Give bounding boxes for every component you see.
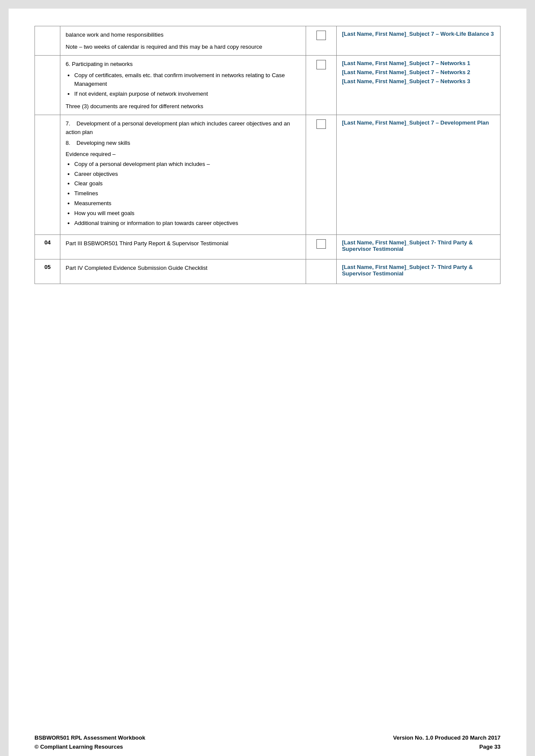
checkbox[interactable] bbox=[316, 119, 326, 129]
table-row: 04 Part III BSBWOR501 Third Party Report… bbox=[35, 235, 501, 259]
list-item: How you will meet goals bbox=[74, 209, 300, 218]
list-item: If not evident, explain purpose of netwo… bbox=[74, 90, 300, 99]
networks-list: Copy of certificates, emails etc. that c… bbox=[74, 71, 300, 99]
list-item: Additional training or information to pl… bbox=[74, 219, 300, 228]
checkbox[interactable] bbox=[316, 31, 326, 40]
table-row: 6. Participating in networks Copy of cer… bbox=[35, 56, 501, 115]
evidence-list: Copy of a personal development plan whic… bbox=[74, 160, 300, 228]
file-cell: [Last Name, First Name]_Subject 7 – Netw… bbox=[337, 56, 501, 115]
row-num bbox=[35, 26, 60, 56]
evidence-header: Evidence required – bbox=[66, 151, 300, 157]
item-8: 8. Developing new skills bbox=[66, 139, 300, 147]
footer-left-line2: © Compliant Learning Resources bbox=[34, 743, 145, 752]
row-description: 7. Development of a personal development… bbox=[60, 115, 306, 235]
intro-text: 6. Participating in networks bbox=[66, 60, 300, 69]
footer-right-line2: Page 33 bbox=[393, 743, 501, 752]
file-cell: [Last Name, First Name]_Subject 7 – Work… bbox=[337, 26, 501, 56]
part4-text: Part IV Completed Evidence Submission Gu… bbox=[66, 264, 300, 272]
checkbox-cell bbox=[306, 115, 336, 235]
checkbox[interactable] bbox=[316, 60, 326, 69]
checkbox-cell bbox=[306, 56, 336, 115]
list-item: Copy of a personal development plan whic… bbox=[74, 160, 300, 169]
table-row: 7. Development of a personal development… bbox=[35, 115, 501, 235]
checkbox-cell bbox=[306, 235, 336, 259]
main-text: balance work and home responsibilities bbox=[66, 31, 300, 39]
checkbox[interactable] bbox=[316, 239, 326, 249]
footer-left-line1: BSBWOR501 RPL Assessment Workbook bbox=[34, 734, 145, 743]
list-item: Career objectives bbox=[74, 170, 300, 179]
file-link-0: [Last Name, First Name]_Subject 7 – Netw… bbox=[342, 60, 495, 66]
file-link-0: [Last Name, First Name]_Subject 7 – Work… bbox=[342, 31, 495, 37]
file-link-0: [Last Name, First Name]_Subject 7- Third… bbox=[342, 264, 495, 277]
file-cell: [Last Name, First Name]_Subject 7 – Deve… bbox=[337, 115, 501, 235]
note-text: Three (3) documents are required for dif… bbox=[66, 102, 300, 111]
row-description: Part III BSBWOR501 Third Party Report & … bbox=[60, 235, 306, 259]
list-item: Measurements bbox=[74, 199, 300, 208]
list-item: Timelines bbox=[74, 189, 300, 198]
part3-text: Part III BSBWOR501 Third Party Report & … bbox=[66, 239, 300, 248]
file-link-1: [Last Name, First Name]_Subject 7 – Netw… bbox=[342, 69, 495, 75]
row-description: Part IV Completed Evidence Submission Gu… bbox=[60, 259, 306, 284]
checkbox-cell bbox=[306, 26, 336, 56]
checkbox-cell bbox=[306, 259, 336, 284]
row-num: 05 bbox=[35, 259, 60, 284]
row-description: 6. Participating in networks Copy of cer… bbox=[60, 56, 306, 115]
item-7: 7. Development of a personal development… bbox=[66, 119, 300, 136]
footer-right-line1: Version No. 1.0 Produced 20 March 2017 bbox=[393, 734, 501, 743]
row-description: balance work and home responsibilities N… bbox=[60, 26, 306, 56]
note-text: Note – two weeks of calendar is required… bbox=[66, 43, 300, 51]
table-row: balance work and home responsibilities N… bbox=[35, 26, 501, 56]
file-link-0: [Last Name, First Name]_Subject 7 – Deve… bbox=[342, 119, 495, 126]
footer-left: BSBWOR501 RPL Assessment Workbook © Comp… bbox=[34, 734, 145, 752]
page: balance work and home responsibilities N… bbox=[9, 9, 526, 756]
list-item: Copy of certificates, emails etc. that c… bbox=[74, 71, 300, 89]
row-num bbox=[35, 115, 60, 235]
file-cell: [Last Name, First Name]_Subject 7- Third… bbox=[337, 235, 501, 259]
file-link-0: [Last Name, First Name]_Subject 7- Third… bbox=[342, 239, 495, 252]
row-num: 04 bbox=[35, 235, 60, 259]
file-cell: [Last Name, First Name]_Subject 7- Third… bbox=[337, 259, 501, 284]
list-item: Clear goals bbox=[74, 179, 300, 188]
footer: BSBWOR501 RPL Assessment Workbook © Comp… bbox=[34, 734, 501, 752]
footer-right: Version No. 1.0 Produced 20 March 2017 P… bbox=[393, 734, 501, 752]
row-num bbox=[35, 56, 60, 115]
file-link-2: [Last Name, First Name]_Subject 7 – Netw… bbox=[342, 78, 495, 84]
main-table: balance work and home responsibilities N… bbox=[34, 26, 501, 284]
table-row: 05 Part IV Completed Evidence Submission… bbox=[35, 259, 501, 284]
